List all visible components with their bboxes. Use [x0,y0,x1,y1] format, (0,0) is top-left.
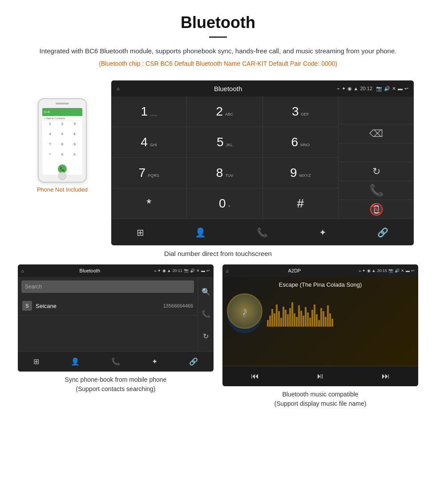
music-caption: Bluetooth music compatible (Support disp… [275,390,367,408]
contact-number: 13566664466 [163,303,193,308]
spectrum-bar-17 [305,307,307,327]
contact-avatar: S [22,301,32,311]
pb-calls-button[interactable]: 📞 [111,357,120,366]
phone-add-contact: + Add to Contacts [42,116,82,121]
sync-icon: ↻ [372,166,380,177]
dialpad-tab-button[interactable]: ⊞ [137,227,144,238]
calls-tab-button[interactable]: 📞 [257,227,268,238]
main-section: M.35 + Add to Contacts 1 2 3 4 5 6 7 8 9… [0,80,436,245]
spectrum-bar-14 [298,305,300,327]
pb-time: 20:11 [172,268,182,273]
phone-key-5[interactable]: 5 [57,132,69,142]
phone-key-star[interactable]: * [44,152,56,162]
signal-bars-icon: ▲ [354,86,359,91]
pb-statusbar-title: Bluetooth [26,268,154,273]
phone-key-0[interactable]: 0 [57,152,69,162]
pb-bluetooth-button[interactable]: ✦ [152,357,157,366]
spectrum-bar-3 [274,313,275,327]
pb-back-icon[interactable]: ↩ [206,268,210,273]
dial-key-9[interactable]: 9 WXYZ [263,158,338,188]
music-vol-icon: 🔊 [395,268,400,273]
spectrum-bar-5 [278,311,280,327]
next-track-button[interactable]: ⏭ [382,372,390,381]
phone-status-bar-label: M.35 [44,111,50,113]
prev-track-button[interactable]: ⏮ [251,372,259,381]
pb-min-icon[interactable]: ▬ [201,268,205,273]
contact-row[interactable]: S Seicane 13566664466 [18,296,198,316]
bluetooth-tab-button[interactable]: ✦ [319,227,327,238]
pb-dialpad-button[interactable]: ⊞ [33,357,39,366]
link-tab-button[interactable]: 🔗 [377,227,388,238]
link-icon: 🔗 [377,227,388,238]
back-icon[interactable]: ↩ [404,86,408,92]
search-side-icon[interactable]: 🔍 [202,288,210,296]
dial-key-0[interactable]: 0 + [187,188,262,219]
phonebook-empty-space [18,316,198,351]
page-header: Bluetooth Integrated with BC6 Bluetooth … [0,0,436,80]
music-album-art: ♪ ᛒ [227,293,262,329]
call-end-button[interactable]: 📵 [338,200,414,219]
play-pause-button[interactable]: ⏯ [316,372,324,381]
phone-key-1[interactable]: 1 [44,122,56,132]
dial-key-3[interactable]: 3 DEF [263,96,338,127]
page-title: Bluetooth [18,13,418,32]
music-card: ⌂ A2DP ⌁ ✦ ◉ ▲ 20:15 📷 🔊 ✕ ▬ ↩ Escape (T… [222,264,418,408]
spectrum-bar-9 [287,314,289,327]
dial-key-4[interactable]: 4 GHI [111,127,187,157]
dial-key-star[interactable]: * [111,188,187,219]
redial-button[interactable]: ↻ [338,162,414,181]
dial-key-6[interactable]: 6 MNO [263,127,338,157]
dial-right-empty [338,144,414,163]
phone-key-9[interactable]: 9 [69,142,81,152]
dialpad-row-2: 4 GHI 5 JKL 6 MNO [111,127,338,158]
pb-contacts-button[interactable]: 👤 [71,357,80,366]
statusbar-left: ⌂ [117,86,120,91]
music-min-icon[interactable]: ▬ [406,268,410,273]
music-back-icon[interactable]: ↩ [411,268,415,273]
phone-key-6[interactable]: 6 [69,132,81,142]
call-green-button[interactable]: 📞 [338,181,414,200]
music-song-title: Escape (The Pina Colada Song) [279,281,362,288]
bottom-section: ⌂ Bluetooth ⌁ ✦ ◉ ▲ 20:11 📷 🔊 ✕ ▬ ↩ [0,264,436,408]
contact-name: Seicane [36,303,163,309]
phone-key-8[interactable]: 8 [57,142,69,152]
music-close-icon[interactable]: ✕ [401,268,404,273]
music-screen: ⌂ A2DP ⌁ ✦ ◉ ▲ 20:15 📷 🔊 ✕ ▬ ↩ Escape (T… [222,264,418,386]
spectrum-bar-13 [296,317,298,327]
contacts-tab-button[interactable]: 👤 [195,227,206,238]
music-statusbar-title: A2DP [230,268,359,273]
pb-home-icon[interactable]: ⌂ [21,268,24,273]
close-x-icon[interactable]: ✕ [392,86,396,92]
dial-key-5[interactable]: 5 JKL [187,127,262,157]
dial-key-7[interactable]: 7 PQRS [111,158,187,188]
music-home-icon[interactable]: ⌂ [226,268,229,273]
spectrum-bar-4 [276,304,278,327]
dial-key-8[interactable]: 8 TUV [187,158,262,188]
phone-key-7[interactable]: 7 [44,142,56,152]
sync-side-icon[interactable]: ↻ [203,332,209,340]
car-dial-screen: ⌂ Bluetooth ⌁ ✦ ◉ ▲ 20:12 📷 🔊 ✕ ▬ ↩ [111,80,414,245]
spectrum-bars [267,300,414,327]
phone-key-2[interactable]: 2 [57,122,69,132]
minimize-icon[interactable]: ▬ [398,86,403,91]
spectrum-bar-27 [327,305,329,327]
bluetooth-specs: (Bluetooth chip : CSR BC6 Default Blueto… [18,60,418,67]
dialpad-left: 1 ◡◡ 2 ABC 3 DEF [111,96,338,219]
phone-key-hash[interactable]: # [69,152,81,162]
dial-key-2[interactable]: 2 ABC [187,96,262,127]
phonebook-search-bar[interactable]: Search [21,280,194,293]
call-side-icon[interactable]: 📞 [202,310,210,318]
phone-home-button[interactable] [58,172,66,180]
dial-key-hash[interactable]: # [263,188,338,219]
phone-key-3[interactable]: 3 [69,122,81,132]
spectrum-bar-11 [291,302,293,327]
pb-close-icon[interactable]: ✕ [196,268,200,273]
phone-key-4[interactable]: 4 [44,132,56,142]
home-icon[interactable]: ⌂ [117,86,120,91]
phonebook-side-icons: 🔍 📞 ↻ [198,277,214,351]
spectrum-bar-28 [329,313,331,327]
pb-link-button[interactable]: 🔗 [189,357,198,366]
backspace-button[interactable]: ⌫ [338,124,414,144]
dial-key-1[interactable]: 1 ◡◡ [111,96,187,127]
dial-caption: Dial number direct from touchscreen [0,250,436,257]
